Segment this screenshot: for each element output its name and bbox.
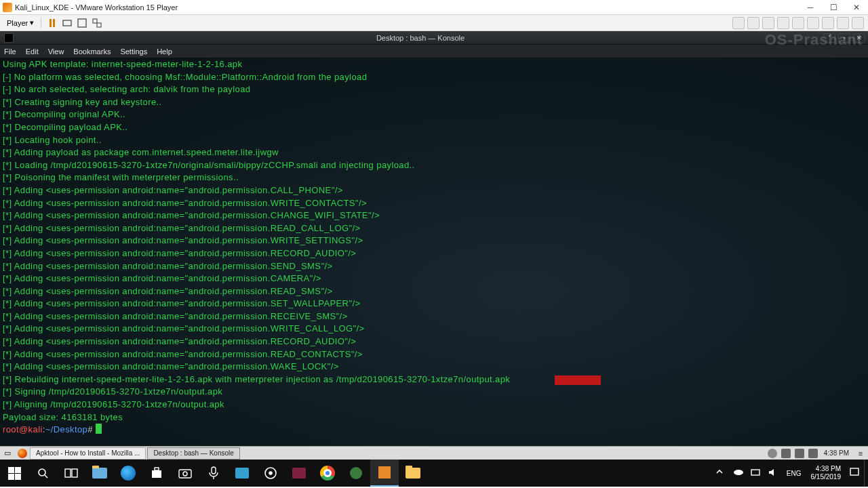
svg-rect-2: [93, 19, 97, 23]
tray-volume-icon[interactable]: [795, 449, 804, 458]
vmware-player-icon[interactable]: [370, 460, 399, 487]
task-view-button[interactable]: [57, 460, 85, 487]
terminal-line: [*] Adding <uses-permission android:name…: [3, 247, 865, 260]
groove-icon[interactable]: [256, 460, 285, 487]
terminal-output[interactable]: Using APK template: internet-speed-meter…: [0, 58, 868, 446]
menu-view[interactable]: View: [48, 47, 64, 56]
device-icon[interactable]: [852, 17, 864, 29]
terminal-line: [-] No arch selected, selecting arch: da…: [3, 83, 865, 96]
windows-clock[interactable]: 4:38 PM 6/15/2019: [811, 465, 842, 481]
firefox-icon[interactable]: [16, 447, 28, 460]
tray-network-icon[interactable]: [751, 468, 762, 479]
device-icon[interactable]: [777, 17, 789, 29]
panel-config-icon[interactable]: ≡: [854, 447, 867, 460]
svg-line-5: [45, 475, 47, 478]
task-label: Desktop : bash — Konsole: [153, 449, 233, 457]
file-explorer-icon[interactable]: [85, 460, 114, 487]
terminal-line: [*] Adding <uses-permission android:name…: [3, 197, 865, 210]
kali-panel: ▭ Apktool - How to Install - Mozilla ...…: [0, 446, 868, 460]
svg-marker-21: [769, 469, 774, 476]
chrome-icon[interactable]: [313, 460, 342, 487]
terminal-line: [*] Adding <uses-permission android:name…: [3, 222, 865, 235]
show-desktop-icon[interactable]: ▭: [1, 447, 14, 460]
device-icon[interactable]: [822, 17, 834, 29]
vmware-title: Kali_Linux_KDE - VMware Workstation 15 P…: [15, 3, 799, 12]
file-explorer-icon[interactable]: [399, 460, 427, 487]
terminal-line: [*] Adding payload as package com.intern…: [3, 146, 865, 159]
player-menu-label: Player: [7, 19, 28, 27]
tray-network-icon[interactable]: [808, 449, 818, 458]
konsole-close-button[interactable]: ✕: [853, 33, 865, 43]
maximize-button[interactable]: ☐: [822, 0, 845, 15]
terminal-line: [*] Adding <uses-permission android:name…: [3, 323, 865, 336]
terminal-prompt[interactable]: root@kali:~/Desktop#: [3, 424, 865, 436]
kali-clock[interactable]: 4:38 PM: [824, 449, 849, 457]
svg-rect-7: [72, 469, 77, 477]
menu-help[interactable]: Help: [157, 47, 172, 56]
terminal-line: [*] Aligning /tmp/d20190615-3270-1xtze7n…: [3, 399, 865, 411]
movies-icon[interactable]: [285, 460, 313, 487]
terminal-line: [*] Adding <uses-permission android:name…: [3, 272, 865, 285]
tray-chevron-icon[interactable]: [715, 468, 726, 479]
send-ctrl-alt-del-button[interactable]: [60, 16, 74, 30]
menu-settings[interactable]: Settings: [120, 47, 147, 56]
tray-clipboard-icon[interactable]: [781, 449, 791, 458]
prompt-user: root@kali: [3, 424, 43, 434]
svg-rect-22: [850, 468, 859, 475]
device-icon[interactable]: [792, 17, 804, 29]
device-icon[interactable]: [837, 17, 849, 29]
svg-rect-6: [65, 469, 71, 477]
svg-rect-16: [292, 468, 306, 479]
menu-file[interactable]: File: [4, 47, 16, 56]
tray-onedrive-icon[interactable]: [733, 468, 744, 479]
tray-notifications-icon[interactable]: [850, 468, 861, 479]
close-button[interactable]: ✕: [845, 0, 868, 15]
menu-edit[interactable]: Edit: [26, 47, 39, 56]
svg-rect-20: [751, 470, 760, 475]
edge-icon[interactable]: [114, 460, 142, 487]
svg-point-11: [183, 472, 187, 476]
device-icon[interactable]: [747, 17, 760, 29]
terminal-line: [*] Adding <uses-permission android:name…: [3, 298, 865, 310]
show-desktop-button[interactable]: [864, 460, 868, 487]
terminal-line: [*] Adding <uses-permission android:name…: [3, 310, 865, 323]
tray-language[interactable]: ENG: [787, 470, 802, 477]
terminal-line: [*] Adding <uses-permission android:name…: [3, 260, 865, 273]
start-button[interactable]: [0, 460, 28, 487]
unity-button[interactable]: [90, 16, 104, 30]
svg-rect-8: [152, 470, 161, 478]
app-icon[interactable]: [342, 460, 370, 487]
terminal-line: [*] Adding <uses-permission android:name…: [3, 235, 865, 247]
mic-icon[interactable]: [199, 460, 228, 487]
device-icon[interactable]: [807, 17, 819, 29]
task-button-firefox[interactable]: Apktool - How to Install - Mozilla ...: [30, 447, 146, 460]
terminal-line: [*] Adding <uses-permission android:name…: [3, 336, 865, 348]
terminal-line: [*] Adding <uses-permission android:name…: [3, 348, 865, 361]
svg-rect-18: [378, 466, 391, 479]
konsole-title: Desktop : bash — Konsole: [18, 34, 823, 42]
svg-rect-9: [155, 468, 159, 470]
search-button[interactable]: [28, 460, 57, 487]
cursor-icon: [96, 424, 102, 434]
guest-vm-area: Desktop : bash — Konsole ˅ ▫ ✕ File Edit…: [0, 31, 868, 446]
store-icon[interactable]: [142, 460, 171, 487]
vmware-icon: [3, 3, 12, 12]
device-icon[interactable]: [732, 17, 745, 29]
konsole-icon: [4, 33, 14, 43]
tray-volume-icon[interactable]: [768, 468, 779, 479]
konsole-maximize-button[interactable]: ▫: [838, 33, 850, 43]
konsole-menubar: File Edit View Bookmarks Settings Help: [0, 45, 868, 58]
photos-icon[interactable]: [228, 460, 256, 487]
menu-bookmarks[interactable]: Bookmarks: [73, 47, 111, 56]
konsole-minimize-button[interactable]: ˅: [823, 33, 835, 43]
pause-vm-button[interactable]: [45, 16, 59, 30]
camera-icon[interactable]: [171, 460, 199, 487]
svg-rect-0: [63, 20, 71, 26]
chevron-down-icon: ▾: [30, 18, 34, 27]
device-icon[interactable]: [762, 17, 774, 29]
fullscreen-button[interactable]: [75, 16, 89, 30]
player-menu[interactable]: Player ▾: [4, 17, 37, 28]
task-button-konsole[interactable]: Desktop : bash — Konsole: [147, 447, 239, 460]
minimize-button[interactable]: ─: [799, 0, 822, 15]
tray-updates-icon[interactable]: [768, 449, 777, 458]
